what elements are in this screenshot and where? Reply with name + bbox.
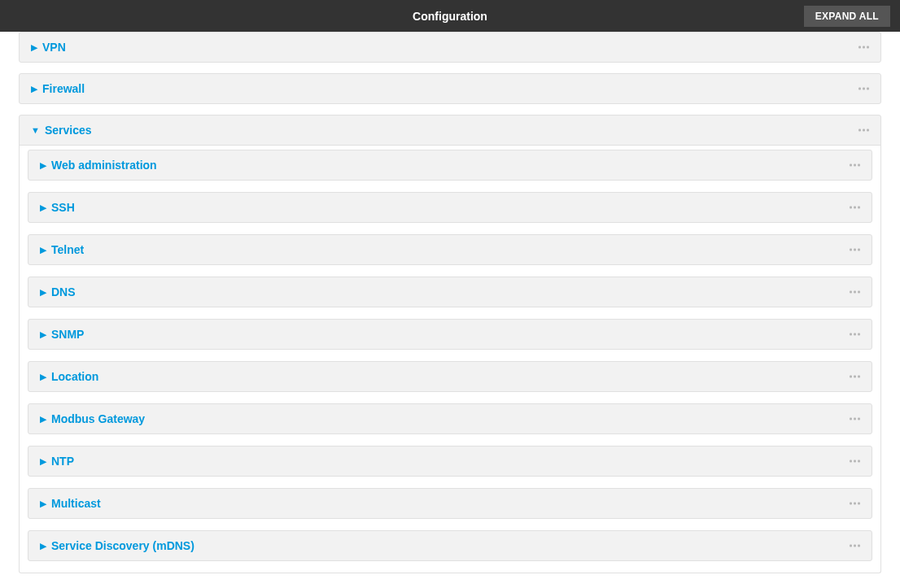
panel-label-ssh: SSH	[51, 201, 75, 214]
panel-label-web-administration: Web administration	[51, 159, 157, 172]
chevron-right-icon: ▶	[40, 499, 46, 509]
chevron-right-icon: ▶	[40, 456, 46, 467]
chevron-right-icon: ▶	[40, 372, 46, 382]
panel-label-service-discovery-mdns: Service Discovery (mDNS)	[51, 539, 194, 552]
panel-dns[interactable]: ▶ DNS	[28, 277, 872, 307]
panel-web-administration[interactable]: ▶ Web administration	[28, 150, 872, 181]
chevron-right-icon: ▶	[40, 203, 46, 213]
page-title: Configuration	[413, 10, 487, 23]
chevron-down-icon: ▼	[31, 125, 40, 135]
panel-location[interactable]: ▶ Location	[28, 361, 872, 392]
panel-snmp[interactable]: ▶ SNMP	[28, 319, 872, 350]
drag-handle-icon[interactable]	[850, 207, 860, 209]
drag-handle-icon[interactable]	[850, 503, 860, 505]
panel-label-firewall: Firewall	[42, 82, 85, 95]
header-bar: Configuration EXPAND ALL	[0, 0, 900, 32]
chevron-right-icon: ▶	[40, 541, 46, 551]
chevron-right-icon: ▶	[40, 245, 46, 255]
drag-handle-icon[interactable]	[850, 164, 860, 167]
content-area: ▶ VPN ▶ Firewall ▼ Services ▶ Web admini…	[0, 32, 900, 573]
drag-handle-icon[interactable]	[858, 129, 869, 132]
panel-label-location: Location	[51, 370, 98, 383]
panel-telnet[interactable]: ▶ Telnet	[28, 234, 872, 265]
panel-ntp[interactable]: ▶ NTP	[28, 446, 872, 477]
drag-handle-icon[interactable]	[850, 418, 860, 420]
panel-services[interactable]: ▼ Services	[19, 115, 881, 146]
drag-handle-icon[interactable]	[858, 88, 869, 90]
panel-label-ntp: NTP	[51, 455, 74, 468]
drag-handle-icon[interactable]	[850, 333, 860, 336]
drag-handle-icon[interactable]	[850, 545, 860, 547]
panel-ssh[interactable]: ▶ SSH	[28, 192, 872, 223]
panel-label-snmp: SNMP	[51, 328, 84, 341]
panel-label-multicast: Multicast	[51, 497, 101, 510]
panel-firewall[interactable]: ▶ Firewall	[19, 73, 881, 104]
chevron-right-icon: ▶	[40, 160, 46, 171]
drag-handle-icon[interactable]	[858, 46, 869, 49]
drag-handle-icon[interactable]	[850, 249, 860, 251]
panel-service-discovery-mdns[interactable]: ▶ Service Discovery (mDNS)	[28, 530, 872, 561]
services-container: ▶ Web administration ▶ SSH ▶ Telnet ▶ DN…	[19, 135, 881, 573]
drag-handle-icon[interactable]	[850, 376, 860, 378]
chevron-right-icon: ▶	[40, 287, 46, 298]
chevron-right-icon: ▶	[40, 329, 46, 340]
panel-modbus-gateway[interactable]: ▶ Modbus Gateway	[28, 403, 872, 434]
chevron-right-icon: ▶	[31, 84, 37, 94]
panel-label-services: Services	[45, 124, 92, 137]
panel-label-modbus-gateway: Modbus Gateway	[51, 412, 145, 425]
expand-all-button[interactable]: EXPAND ALL	[804, 6, 890, 27]
panel-multicast[interactable]: ▶ Multicast	[28, 488, 872, 519]
panel-label-dns: DNS	[51, 285, 76, 298]
chevron-right-icon: ▶	[40, 414, 46, 425]
drag-handle-icon[interactable]	[850, 291, 860, 294]
drag-handle-icon[interactable]	[850, 460, 860, 463]
panel-vpn[interactable]: ▶ VPN	[19, 32, 881, 63]
panel-label-telnet: Telnet	[51, 243, 84, 256]
panel-label-vpn: VPN	[42, 41, 66, 54]
chevron-right-icon: ▶	[31, 42, 37, 53]
